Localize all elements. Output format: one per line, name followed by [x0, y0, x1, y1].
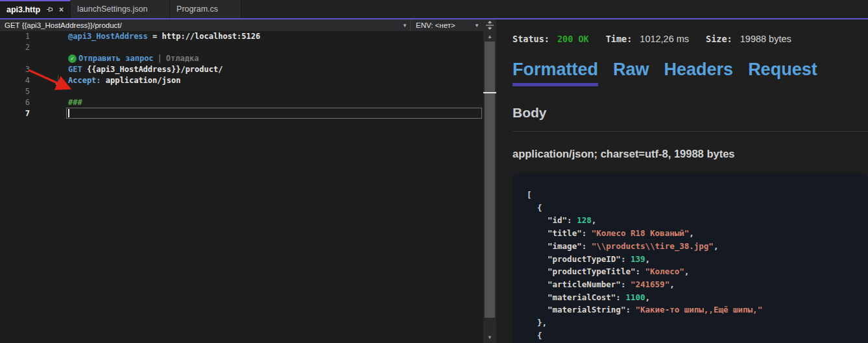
tab-headers[interactable]: Headers	[664, 60, 734, 86]
content-type-text: application/json; charset=utf-8, 19988 b…	[512, 148, 735, 160]
json-code-line: {	[512, 202, 868, 215]
tab-formatted[interactable]: Formatted	[512, 60, 598, 86]
tab-label: Program.cs	[176, 5, 218, 14]
environment-text: ENV: <нет>	[411, 21, 472, 29]
json-code[interactable]: [{"id": 128,"title": "Колесо R18 Кованый…	[512, 173, 868, 343]
json-code-line: {	[512, 329, 868, 342]
header-value-token: application/json	[101, 76, 181, 85]
chevron-down-icon[interactable]: ▾	[472, 22, 482, 29]
scrollbar-caret-marker	[483, 92, 496, 93]
json-code-line: },	[512, 316, 868, 329]
json-code-line: "productTypeTitle": "Колесо",	[512, 265, 868, 278]
editor-vertical-scrollbar[interactable]: ▲ ▼	[483, 31, 496, 343]
tab-raw[interactable]: Raw	[613, 60, 649, 86]
json-code-line: "image": "\\products\\tire_38.jpg",	[512, 240, 868, 253]
editor-line-1: 1 @api3_HostAddress = http://localhost:5…	[0, 31, 483, 42]
split-icon	[485, 21, 494, 30]
json-code-line: "productTypeID": 139,	[512, 253, 868, 266]
split-editor-handle[interactable]	[483, 19, 496, 31]
json-code-line: "articleNumber": "241659",	[512, 278, 868, 291]
time-value: 1012,26 ms	[640, 34, 689, 44]
code-lens-separator: |	[154, 53, 166, 64]
scrollbar-thumb[interactable]	[485, 41, 495, 318]
json-code-line: [	[512, 189, 868, 202]
status-value: 200 OK	[557, 34, 589, 44]
code-lens-row: ✓ Отправить запрос | Отладка	[0, 53, 483, 64]
variable-token: @api3_HostAddress	[68, 32, 148, 41]
current-line-highlight	[66, 108, 482, 119]
tab-launchsettings-json[interactable]: launchSettings.json	[71, 0, 170, 18]
http-method-token: GET	[68, 65, 82, 74]
size-value: 19988 bytes	[740, 34, 791, 44]
tab-label: api3.http	[6, 5, 40, 14]
line-number: 1	[0, 31, 38, 42]
document-tab-bar: api3.http × launchSettings.json Program.…	[0, 0, 868, 18]
body-heading: Body	[512, 105, 547, 121]
http-client-window: api3.http × launchSettings.json Program.…	[0, 0, 868, 343]
scroll-down-icon[interactable]: ▼	[483, 335, 496, 340]
time-label: Time:	[606, 34, 633, 44]
json-code-line: "materialString": "Какие-то шипы,,Ещё ши…	[512, 303, 868, 316]
request-url-dropdown[interactable]: GET {{api3_HostAddress}}/product/ ▾	[0, 19, 411, 31]
close-icon[interactable]: ×	[59, 6, 64, 14]
json-code-line: "id": 128,	[512, 214, 868, 227]
json-code-line: "title": "Колесо R18 Кованый",	[512, 227, 868, 240]
request-bar: GET {{api3_HostAddress}}/product/ ▾ ENV:…	[0, 19, 496, 31]
tab-label: launchSettings.json	[77, 5, 147, 14]
chevron-down-icon[interactable]: ▾	[400, 22, 410, 29]
url-token: {{api3_HostAddress}}/product/	[82, 65, 223, 74]
text-caret	[68, 109, 69, 117]
debug-request-link[interactable]: Отладка	[166, 53, 199, 64]
size-label: Size:	[706, 34, 732, 44]
editor-line-2: 2	[0, 42, 483, 53]
tab-api3-http[interactable]: api3.http ×	[0, 0, 71, 18]
pin-icon[interactable]	[46, 6, 53, 14]
environment-dropdown[interactable]: ENV: <нет> ▾	[411, 19, 482, 31]
line-number-current: 7	[0, 108, 38, 119]
response-status-row: Status: 200 OK Time: 1012,26 ms Size: 19…	[512, 34, 808, 44]
editor-line-6: 6 ###	[0, 97, 483, 108]
section-divider	[512, 131, 868, 132]
tab-program-cs[interactable]: Program.cs	[170, 0, 241, 18]
fold-guide-line	[58, 75, 58, 85]
response-tabs: Formatted Raw Headers Request	[512, 60, 817, 86]
line-number: 2	[0, 42, 38, 53]
value-token: = http://localhost:5126	[148, 32, 260, 41]
http-editor[interactable]: 1 @api3_HostAddress = http://localhost:5…	[0, 31, 483, 343]
delimiter-token: ###	[68, 98, 82, 107]
scroll-up-icon[interactable]: ▲	[483, 34, 496, 40]
request-url-text: GET {{api3_HostAddress}}/product/	[0, 21, 400, 29]
editor-line-5: 5	[0, 86, 483, 97]
send-request-check-icon: ✓	[68, 54, 77, 63]
response-panel: Status: 200 OK Time: 1012,26 ms Size: 19…	[496, 19, 868, 343]
send-request-link[interactable]: Отправить запрос	[78, 53, 154, 64]
json-code-line: "materialCost": 1100,	[512, 291, 868, 304]
tab-request[interactable]: Request	[748, 60, 817, 86]
status-label: Status:	[512, 34, 549, 44]
editor-line-3: 3 GET {{api3_HostAddress}}/product/	[0, 64, 483, 75]
